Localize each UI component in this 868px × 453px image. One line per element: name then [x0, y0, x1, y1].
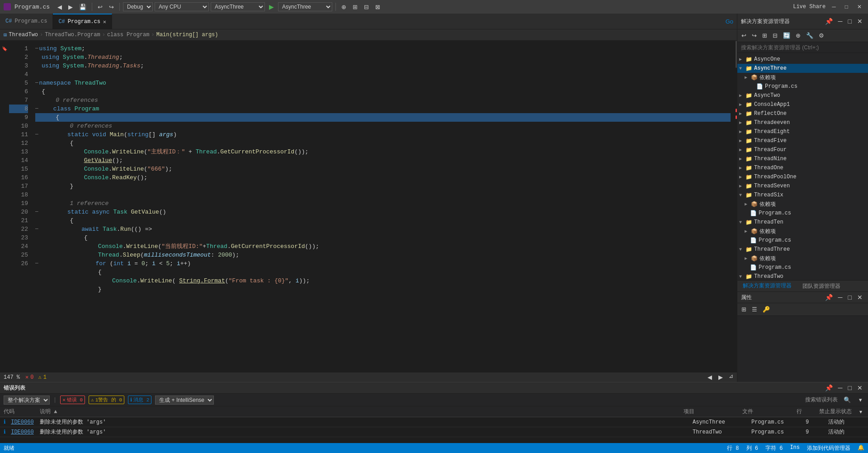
fold-17[interactable]: ─ [35, 208, 38, 216]
props-pin-btn[interactable]: 📌 [823, 293, 835, 302]
tab-program-cs-left[interactable]: C# Program.cs [0, 14, 53, 29]
sol-tb-btn2[interactable]: ↪ [750, 31, 759, 40]
tree-threadeight[interactable]: ▶ 📁 ThreadEight [737, 127, 868, 136]
panel-maximize-btn[interactable]: □ [846, 17, 854, 26]
fold-7[interactable]: ─ [35, 105, 38, 113]
panel-close-btn[interactable]: ✕ [855, 17, 864, 26]
cpu-dropdown[interactable]: Any CPU [155, 2, 209, 11]
run-target-dropdown[interactable]: AsyncThree [278, 2, 332, 11]
live-share-label[interactable]: Live Share [793, 4, 826, 10]
props-tb-list[interactable]: ☰ [750, 305, 760, 314]
tab-program-cs-active[interactable]: C# Program.cs ✕ [53, 14, 112, 29]
window-close[interactable]: ✕ [854, 3, 864, 11]
solution-search-input[interactable] [741, 44, 864, 51]
bc-method[interactable]: Main(string[] args) [156, 32, 218, 38]
fold-1[interactable]: ─ [35, 44, 38, 53]
err-maximize-btn[interactable]: □ [846, 383, 854, 392]
tree-threadsix-deps[interactable]: ▶ 📦 依赖项 [737, 200, 868, 209]
tb-extra3[interactable]: ⊟ [362, 3, 371, 11]
props-tb-key[interactable]: 🔑 [760, 305, 772, 314]
tb-redo-btn[interactable]: ↪ [107, 3, 116, 11]
err-close-btn[interactable]: ✕ [855, 383, 864, 392]
sol-tb-btn1[interactable]: ↩ [739, 31, 749, 40]
status-add-source[interactable]: 添加到代码管理器 [807, 444, 850, 452]
tree-threadone[interactable]: ▶ 📁 ThreadOne [737, 163, 868, 172]
window-maximize[interactable]: □ [842, 3, 851, 11]
tb-undo-btn[interactable]: ↩ [95, 3, 105, 11]
tab-close-btn[interactable]: ✕ [103, 19, 106, 25]
tree-threadten-deps[interactable]: ▶ 📦 依赖项 [737, 227, 868, 236]
tree-threadfour[interactable]: ▶ 📁 ThreadFour [737, 145, 868, 154]
err-search-btn[interactable]: 🔍 [841, 396, 853, 404]
tree-threadseven[interactable]: ▶ 📁 ThreadSeven [737, 181, 868, 191]
props-tb-grid[interactable]: ⊞ [739, 305, 749, 314]
tb-extra4[interactable]: ⊠ [373, 3, 382, 11]
panel-tab-solution[interactable]: 解决方案资源管理器 [737, 280, 797, 292]
sol-tb-btn3[interactable]: ⊞ [760, 31, 769, 40]
err2-code-link[interactable]: IDE0060 [11, 429, 33, 435]
code-editor[interactable]: ─ using System; using System.Threading; … [32, 41, 731, 372]
tree-threadthree[interactable]: ▼ 📁 ThreadThree [737, 245, 868, 254]
tree-threadthree-deps[interactable]: ▶ 📦 依赖项 [737, 254, 868, 263]
err-filter-btn[interactable]: ▾ [857, 396, 864, 404]
tree-asyncthree-program[interactable]: 📄 Program.cs [737, 82, 868, 91]
tree-reflectone[interactable]: ▶ 📁 ReflectOne [737, 109, 868, 118]
tree-threadtwo[interactable]: ▼ 📁 ThreadTwo [737, 272, 868, 280]
tree-threadeeven[interactable]: ▶ 📁 Threadeeven [737, 118, 868, 127]
scope-dropdown[interactable]: 整个解决方案 [4, 396, 50, 405]
run-btn[interactable]: ▶ [267, 2, 276, 11]
tree-asyncthree-deps[interactable]: ▶ 📦 依赖项 [737, 73, 868, 82]
tb-back-btn[interactable]: ◀ [55, 3, 64, 11]
error-badge[interactable]: ✕ 错误 0 [60, 396, 85, 404]
tree-threadten-program[interactable]: 📄 Program.cs [737, 236, 868, 245]
tree-threadsix[interactable]: ▼ 📁 ThreadSix [737, 191, 868, 200]
tree-threadthree-program[interactable]: 📄 Program.cs [737, 263, 868, 272]
debug-dropdown[interactable]: Debug [123, 2, 153, 11]
tree-asynctwo[interactable]: ▶ 📁 AsyncTwo [737, 91, 868, 100]
tree-threadsix-program[interactable]: 📄 Program.cs [737, 209, 868, 218]
props-close-btn[interactable]: ✕ [855, 293, 864, 302]
tb-save-btn[interactable]: 💾 [77, 3, 89, 11]
warn-badge[interactable]: ⚠ 1警告 的 0 [89, 396, 124, 404]
sol-tb-btn8[interactable]: ⚙ [816, 31, 826, 40]
sol-tb-btn5[interactable]: 🔄 [781, 31, 793, 40]
tree-threadten[interactable]: ▼ 📁 ThreadTen [737, 218, 868, 227]
tree-threadfive[interactable]: ▶ 📁 ThreadFive [737, 136, 868, 145]
tb-extra1[interactable]: ⊕ [339, 3, 349, 11]
fold-19[interactable]: ─ [35, 225, 38, 234]
build-filter-dropdown[interactable]: 生成 + IntelliSense [155, 396, 214, 405]
tb-fwd-btn[interactable]: ▶ [66, 3, 75, 11]
tree-threadnine[interactable]: ▶ 📁 ThreadNine [737, 154, 868, 163]
error-row-2[interactable]: ℹ IDE0060 删除未使用的参数 'args' ThreadTwo Prog… [0, 427, 868, 437]
tree-threadpoolone[interactable]: ▶ 📁 ThreadPoolOne [737, 172, 868, 181]
sol-tb-btn4[interactable]: ⊟ [770, 31, 780, 40]
fold-9[interactable]: ─ [35, 130, 38, 139]
panel-pin-btn[interactable]: 📌 [823, 17, 835, 26]
tree-asyncthree[interactable]: ▼ 📁 AsyncThree [737, 64, 868, 73]
error-row-1[interactable]: ℹ IDE0060 删除未使用的参数 'args' AsyncThree Pro… [0, 417, 868, 427]
tree-consoleapp1[interactable]: ▶ 📁 ConsoleApp1 [737, 100, 868, 109]
bc-class[interactable]: class Program [107, 32, 150, 38]
panel-tab-team[interactable]: 团队资源管理器 [797, 281, 846, 292]
filter-icon-btn[interactable]: ▾ [857, 408, 864, 416]
panel-minimize-btn[interactable]: ─ [836, 17, 844, 26]
go-btn[interactable]: Go [722, 14, 737, 29]
nav-left-btn[interactable]: ◀ [705, 373, 714, 381]
info-badge[interactable]: ℹ 消息 2 [128, 396, 151, 404]
err-pin-btn[interactable]: 📌 [823, 383, 835, 392]
bc-ns[interactable]: ThreadTwo.Program [45, 32, 100, 38]
fold-5[interactable]: ─ [35, 79, 38, 87]
fold-23[interactable]: ─ [35, 259, 38, 268]
err1-code-link[interactable]: IDE0060 [11, 419, 33, 425]
sol-tb-btn7[interactable]: 🔧 [804, 31, 816, 40]
window-minimize[interactable]: ─ [829, 3, 839, 11]
scroll-thumb[interactable] [736, 41, 737, 68]
project-dropdown[interactable]: AsyncThree [211, 2, 265, 11]
props-maximize-btn[interactable]: □ [846, 293, 854, 302]
nav-right-btn[interactable]: ▶ [716, 373, 725, 381]
sol-tb-btn6[interactable]: ⊕ [793, 31, 803, 40]
bc-thread[interactable]: ThreadTwo [9, 32, 38, 38]
err-minimize-btn[interactable]: ─ [836, 383, 844, 392]
tb-extra2[interactable]: ⊞ [350, 3, 360, 11]
props-minimize-btn[interactable]: ─ [836, 293, 844, 302]
